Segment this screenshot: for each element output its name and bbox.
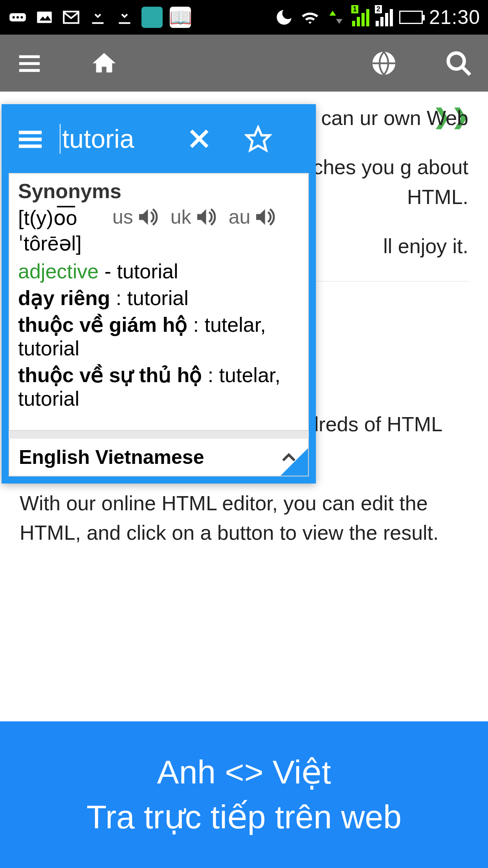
- svg-point-1: [12, 16, 15, 18]
- definition-row: dạy riêng : tutorial: [18, 286, 299, 310]
- svg-marker-20: [247, 127, 270, 150]
- status-bar: 📖 1 2 21:30: [0, 0, 488, 35]
- gmail-icon: [61, 7, 81, 27]
- signal-sim2: 2: [376, 8, 393, 26]
- search-icon[interactable]: [445, 50, 472, 77]
- moon-icon: [274, 7, 294, 27]
- pron-us[interactable]: us: [112, 205, 159, 229]
- more-notif-icon: [8, 7, 28, 27]
- pron-uk[interactable]: uk: [171, 205, 217, 229]
- svg-rect-9: [19, 55, 40, 58]
- dict-menu-icon[interactable]: [17, 125, 44, 153]
- svg-marker-7: [329, 11, 336, 16]
- dict-more-label: English Vietnamese: [19, 446, 204, 469]
- image-icon: [35, 7, 54, 27]
- star-icon[interactable]: [244, 125, 272, 153]
- svg-point-2: [17, 16, 19, 18]
- svg-line-14: [462, 66, 470, 74]
- dict-more-section[interactable]: English Vietnamese: [9, 439, 309, 476]
- phonetic-text: [t(y)o͞o ˈtôrēəl]: [18, 205, 101, 256]
- dict-search-input[interactable]: [60, 124, 170, 154]
- svg-rect-4: [37, 11, 52, 23]
- speaker-icon[interactable]: [193, 205, 217, 229]
- status-left: 📖: [8, 7, 191, 28]
- download-icon: [88, 7, 108, 27]
- clear-icon[interactable]: [185, 125, 213, 153]
- svg-rect-15: [19, 131, 42, 134]
- page-text: With our online HTML editor, you can edi…: [20, 489, 468, 548]
- svg-rect-11: [19, 69, 40, 72]
- status-right: 1 2 21:30: [274, 6, 480, 29]
- synonyms-heading: Synonyms: [18, 179, 299, 203]
- svg-marker-8: [336, 19, 343, 24]
- svg-rect-10: [19, 62, 40, 65]
- battery-icon: [399, 11, 423, 24]
- signal-sim1: 1: [352, 8, 369, 26]
- dict-body[interactable]: Synonyms [t(y)o͞o ˈtôrēəl] us uk au adje…: [9, 173, 309, 431]
- resize-corner-icon[interactable]: [281, 448, 308, 476]
- svg-rect-16: [19, 138, 42, 141]
- dictionary-popup: Synonyms [t(y)o͞o ˈtôrēəl] us uk au adje…: [2, 104, 316, 484]
- speaker-icon[interactable]: [252, 205, 276, 229]
- part-of-speech: adjective - tutorial: [18, 259, 299, 283]
- speaker-icon[interactable]: [135, 205, 159, 229]
- dict-header: [2, 104, 316, 173]
- app-toolbar: [0, 35, 488, 92]
- globe-icon[interactable]: [370, 50, 398, 77]
- app-notif-icon: [141, 7, 163, 28]
- pron-au[interactable]: au: [229, 205, 276, 229]
- svg-point-3: [20, 16, 23, 18]
- home-icon[interactable]: [90, 50, 118, 77]
- definition-row: thuộc về sự thủ hộ : tutelar, tutorial: [18, 363, 299, 410]
- svg-point-13: [448, 53, 464, 69]
- bottom-banner[interactable]: Anh <> Việt Tra trực tiếp trên web: [0, 721, 488, 868]
- clock: 21:30: [429, 6, 480, 29]
- book-notif-icon: 📖: [170, 7, 191, 28]
- definition-row: thuộc về giám hộ : tutelar, tutorial: [18, 313, 299, 360]
- wifi-icon: [300, 7, 320, 27]
- menu-icon[interactable]: [16, 50, 43, 77]
- banner-line2: Tra trực tiếp trên web: [86, 795, 402, 839]
- data-arrows-icon: [326, 7, 346, 27]
- svg-rect-17: [19, 144, 42, 148]
- download-icon: [115, 7, 134, 27]
- banner-line1: Anh <> Việt: [157, 750, 331, 794]
